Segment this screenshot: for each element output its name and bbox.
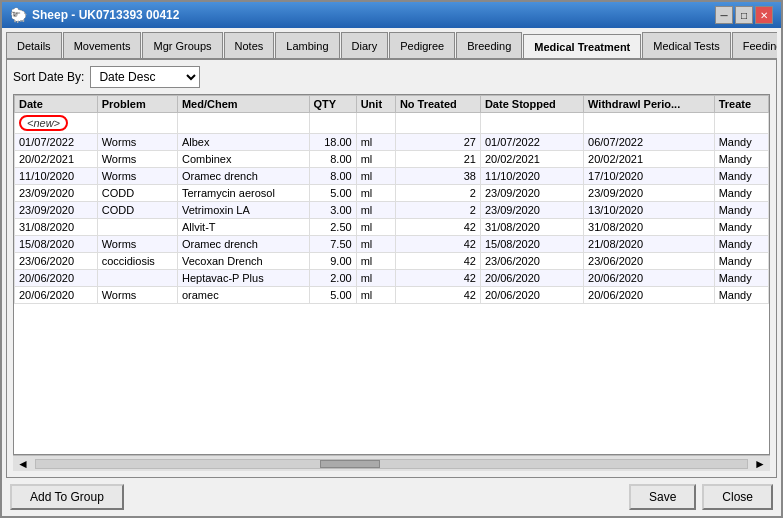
cell-med-chem: Albex — [177, 134, 309, 151]
cell-med-chem: oramec — [177, 287, 309, 304]
sort-select[interactable]: Date Desc Date Asc — [90, 66, 200, 88]
cell-no-treated: 42 — [395, 219, 480, 236]
cell-qty: 3.00 — [309, 202, 356, 219]
scroll-right-btn[interactable]: ► — [750, 457, 770, 471]
close-window-button[interactable]: ✕ — [755, 6, 773, 24]
cell-no-treated: 2 — [395, 202, 480, 219]
add-to-group-button[interactable]: Add To Group — [10, 484, 124, 510]
col-date: Date — [15, 96, 98, 113]
cell-date-stopped: 20/06/2020 — [480, 270, 583, 287]
table-row[interactable]: 01/07/2022WormsAlbex18.00ml2701/07/20220… — [15, 134, 769, 151]
medical-treatment-table-container[interactable]: Date Problem Med/Chem QTY Unit No Treate… — [13, 94, 770, 455]
cell-no-treated: 42 — [395, 287, 480, 304]
table-row[interactable]: 23/09/2020CODDTerramycin aerosol5.00ml22… — [15, 185, 769, 202]
window-title: Sheep - UK0713393 00412 — [32, 8, 179, 22]
cell-med-chem: Vetrimoxin LA — [177, 202, 309, 219]
cell-date: 23/09/2020 — [15, 185, 98, 202]
tab-details[interactable]: Details — [6, 32, 62, 58]
cell-problem: Worms — [97, 236, 177, 253]
col-date-stopped: Date Stopped — [480, 96, 583, 113]
maximize-button[interactable]: □ — [735, 6, 753, 24]
tab-notes[interactable]: Notes — [224, 32, 275, 58]
horizontal-scrollbar[interactable]: ◄ ► — [13, 455, 770, 471]
cell-unit: ml — [356, 287, 395, 304]
cell-treated: Mandy — [714, 236, 768, 253]
col-no-treated: No Treated — [395, 96, 480, 113]
save-button[interactable]: Save — [629, 484, 696, 510]
cell-unit: ml — [356, 185, 395, 202]
cell-treated: Mandy — [714, 270, 768, 287]
cell-withdrawl-period: 17/10/2020 — [584, 168, 715, 185]
minimize-button[interactable]: ─ — [715, 6, 733, 24]
table-row[interactable]: 11/10/2020WormsOramec drench8.00ml3811/1… — [15, 168, 769, 185]
medical-treatment-panel: Sort Date By: Date Desc Date Asc Date Pr… — [6, 60, 777, 478]
cell-unit: ml — [356, 253, 395, 270]
cell-qty: 9.00 — [309, 253, 356, 270]
tab-feeding[interactable]: Feeding — [732, 32, 777, 58]
cell-med-chem: Oramec drench — [177, 168, 309, 185]
cell-treated: Mandy — [714, 287, 768, 304]
cell-problem: coccidiosis — [97, 253, 177, 270]
table-row[interactable]: 20/02/2021WormsCombinex8.00ml2120/02/202… — [15, 151, 769, 168]
cell-med-chem — [177, 113, 309, 134]
cell-withdrawl-period: 21/08/2020 — [584, 236, 715, 253]
cell-unit: ml — [356, 134, 395, 151]
cell-date: 20/06/2020 — [15, 270, 98, 287]
cell-med-chem: Terramycin aerosol — [177, 185, 309, 202]
close-button[interactable]: Close — [702, 484, 773, 510]
title-bar: 🐑 Sheep - UK0713393 00412 ─ □ ✕ — [2, 2, 781, 28]
cell-date-stopped: 23/09/2020 — [480, 185, 583, 202]
cell-date: 23/09/2020 — [15, 202, 98, 219]
scroll-left-btn[interactable]: ◄ — [13, 457, 33, 471]
tab-movements[interactable]: Movements — [63, 32, 142, 58]
bottom-left: Add To Group — [10, 484, 124, 510]
scroll-thumb[interactable] — [320, 460, 380, 468]
cell-qty: 18.00 — [309, 134, 356, 151]
sort-label: Sort Date By: — [13, 70, 84, 84]
cell-withdrawl-period: 20/06/2020 — [584, 270, 715, 287]
title-controls: ─ □ ✕ — [715, 6, 773, 24]
scroll-track[interactable] — [35, 459, 748, 469]
cell-date: 31/08/2020 — [15, 219, 98, 236]
tab-breeding[interactable]: Breeding — [456, 32, 522, 58]
cell-date: 15/08/2020 — [15, 236, 98, 253]
bottom-bar: Add To Group Save Close — [6, 478, 777, 512]
cell-treated: Mandy — [714, 185, 768, 202]
tab-mgr-groups[interactable]: Mgr Groups — [142, 32, 222, 58]
cell-unit: ml — [356, 270, 395, 287]
cell-problem — [97, 219, 177, 236]
tab-pedigree[interactable]: Pedigree — [389, 32, 455, 58]
cell-date-stopped: 11/10/2020 — [480, 168, 583, 185]
cell-withdrawl-period: 23/09/2020 — [584, 185, 715, 202]
content-area: Details Movements Mgr Groups Notes Lambi… — [2, 28, 781, 516]
col-treated: Treate — [714, 96, 768, 113]
tab-medical-tests[interactable]: Medical Tests — [642, 32, 730, 58]
tab-medical-treatment[interactable]: Medical Treatment — [523, 34, 641, 60]
tab-lambing[interactable]: Lambing — [275, 32, 339, 58]
table-row[interactable]: 15/08/2020WormsOramec drench7.50ml4215/0… — [15, 236, 769, 253]
table-row[interactable]: 23/09/2020CODDVetrimoxin LA3.00ml223/09/… — [15, 202, 769, 219]
cell-withdrawl-period: 13/10/2020 — [584, 202, 715, 219]
cell-treated — [714, 113, 768, 134]
cell-med-chem: Heptavac-P Plus — [177, 270, 309, 287]
table-row[interactable]: 20/06/2020Heptavac-P Plus2.00ml4220/06/2… — [15, 270, 769, 287]
cell-no-treated: 42 — [395, 270, 480, 287]
table-row[interactable]: 23/06/2020coccidiosisVecoxan Drench9.00m… — [15, 253, 769, 270]
cell-unit: ml — [356, 151, 395, 168]
cell-problem: CODD — [97, 185, 177, 202]
app-icon: 🐑 — [10, 7, 26, 23]
table-body: <new>01/07/2022WormsAlbex18.00ml2701/07/… — [15, 113, 769, 304]
bottom-center: Save Close — [629, 484, 773, 510]
cell-date-stopped: 01/07/2022 — [480, 134, 583, 151]
cell-treated: Mandy — [714, 253, 768, 270]
table-row[interactable]: <new> — [15, 113, 769, 134]
table-row[interactable]: 31/08/2020Allvit-T2.50ml4231/08/202031/0… — [15, 219, 769, 236]
cell-problem: Worms — [97, 287, 177, 304]
cell-no-treated — [395, 113, 480, 134]
cell-treated: Mandy — [714, 151, 768, 168]
main-window: 🐑 Sheep - UK0713393 00412 ─ □ ✕ Details … — [0, 0, 783, 518]
table-row[interactable]: 20/06/2020Wormsoramec5.00ml4220/06/20202… — [15, 287, 769, 304]
tab-diary[interactable]: Diary — [341, 32, 389, 58]
cell-unit: ml — [356, 202, 395, 219]
cell-date: 20/02/2021 — [15, 151, 98, 168]
